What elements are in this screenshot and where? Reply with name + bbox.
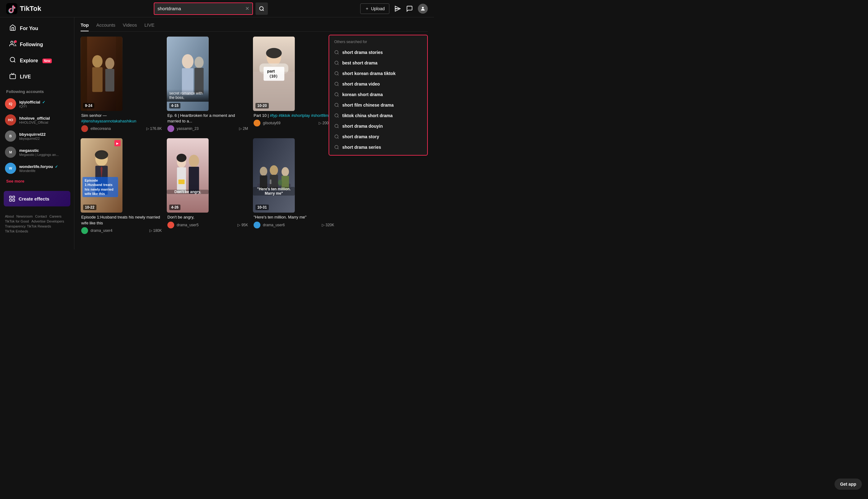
play-count-5: ▷ 95K bbox=[237, 223, 248, 227]
author-avatar-1 bbox=[81, 125, 88, 132]
suggestion-search-icon-9 bbox=[334, 134, 339, 139]
sidebar-item-live[interactable]: LIVE bbox=[2, 70, 72, 84]
suggestion-item-9[interactable]: short drama story bbox=[329, 131, 427, 142]
author-name-1: elitecoreana bbox=[90, 126, 111, 131]
svg-point-5 bbox=[11, 41, 13, 44]
sidebar-item-explore[interactable]: Explore New bbox=[2, 53, 72, 68]
suggestion-item-7[interactable]: tiktok china short drama bbox=[329, 110, 427, 121]
logo-area: TikTok bbox=[6, 3, 68, 14]
footer-link-tiktokforgood[interactable]: TikTok for Good bbox=[5, 219, 29, 223]
suggestion-search-icon-4 bbox=[334, 82, 339, 86]
video-card-4[interactable]: ▶ Episode 1:Husband treats his newly mar… bbox=[81, 138, 162, 235]
account-item-hholove[interactable]: HO hholove_official HHOLOVE_Official bbox=[0, 112, 74, 128]
live-icon bbox=[9, 73, 17, 81]
footer-link-developers[interactable]: Developers bbox=[47, 219, 64, 223]
footer-link-careers[interactable]: Careers bbox=[49, 215, 61, 218]
footer-link-newsroom[interactable]: Newsroom bbox=[16, 215, 33, 218]
svg-point-55 bbox=[335, 61, 338, 64]
svg-rect-18 bbox=[81, 37, 87, 111]
search-input[interactable] bbox=[158, 6, 245, 11]
video-card-5[interactable]: Don't be angry, 4-26 Don't be angry, dra… bbox=[167, 138, 249, 235]
svg-point-35 bbox=[95, 150, 108, 159]
tab-live[interactable]: LIVE bbox=[145, 22, 155, 31]
suggestion-text-3: short korean drama tiktok bbox=[342, 71, 395, 76]
svg-line-72 bbox=[338, 148, 339, 149]
create-effects-button[interactable]: Create effects bbox=[4, 191, 70, 206]
upload-button[interactable]: ＋ Upload bbox=[360, 3, 389, 14]
video-thumb-4: ▶ Episode 1:Husband treats his newly mar… bbox=[81, 138, 122, 212]
svg-rect-10 bbox=[13, 196, 15, 198]
suggestion-item-8[interactable]: short drama douyin bbox=[329, 121, 427, 131]
video-thumb-1: 9-24 bbox=[81, 37, 122, 111]
svg-point-47 bbox=[270, 166, 278, 175]
video-overlay-caption-4: Episode 1:Husband treats his newly marri… bbox=[83, 177, 118, 197]
account-handle-megasstic: Megasstic | Leggings an... bbox=[19, 153, 69, 157]
suggestion-search-icon-8 bbox=[334, 124, 339, 129]
see-more-link[interactable]: See more bbox=[0, 177, 74, 186]
search-submit-button[interactable] bbox=[255, 2, 268, 15]
account-name-bbysquirrel: bbysquirrel22 bbox=[19, 132, 69, 137]
author-avatar-6 bbox=[254, 222, 260, 229]
suggestion-item-3[interactable]: short korean drama tiktok bbox=[329, 68, 427, 79]
tab-videos[interactable]: Videos bbox=[123, 22, 137, 31]
suggestion-search-icon-10 bbox=[334, 145, 339, 150]
video-card-6[interactable]: "Here's ten million. Marry me" 10-31 "He… bbox=[253, 138, 335, 235]
footer-link-advertise[interactable]: Advertise bbox=[31, 219, 46, 223]
video-info-1: Sim senhor — #jitenshayasannotakahashiku… bbox=[81, 111, 162, 134]
suggestion-item-2[interactable]: best short drama bbox=[329, 58, 427, 68]
suggestion-search-icon-2 bbox=[334, 60, 339, 65]
video-card-3[interactable]: part（10） 10-20 Part 10 | #fyp #tiktok #s… bbox=[253, 37, 335, 134]
sidebar-item-following[interactable]: Following bbox=[2, 37, 72, 52]
footer-links: About Newsroom Contact Careers TikTok fo… bbox=[0, 211, 74, 236]
main-layout: For You Following Explore New bbox=[0, 17, 434, 250]
svg-line-68 bbox=[338, 127, 339, 128]
video-card-1[interactable]: 9-24 Sim senhor — #jitenshayasannotakaha… bbox=[81, 37, 162, 134]
content-area: Top Accounts Videos LIVE bbox=[74, 17, 434, 250]
svg-rect-17 bbox=[106, 69, 114, 92]
tiktok-logo-icon bbox=[6, 3, 17, 14]
account-item-megasstic[interactable]: M megasstic Megasstic | Leggings an... bbox=[0, 144, 74, 160]
footer-link-transparency[interactable]: Transparency bbox=[5, 224, 26, 228]
account-item-wonderlife[interactable]: W wonderlife.foryou ✓ Wonderlife bbox=[0, 160, 74, 177]
sidebar-item-for-you[interactable]: For You bbox=[2, 21, 72, 36]
svg-point-41 bbox=[177, 154, 187, 162]
account-item-iqiyi[interactable]: IQ iqiyiofficial ✓ iQIYI bbox=[0, 96, 74, 112]
suggestion-item-6[interactable]: short film chinese drama bbox=[329, 100, 427, 110]
video-card-2[interactable]: secret romance with the boss, 4-15 Ep. 6… bbox=[167, 37, 249, 134]
suggestion-search-icon-3 bbox=[334, 71, 339, 76]
message-icon bbox=[406, 5, 413, 12]
tab-top[interactable]: Top bbox=[81, 22, 89, 31]
video-meta-4: drama_user4 ▷ 180K bbox=[81, 227, 162, 234]
video-hashtag-1: #jitenshayasannotakahashikun bbox=[81, 119, 136, 123]
share-icon-button[interactable] bbox=[394, 5, 401, 12]
video-timestamp-2: 4-15 bbox=[169, 103, 181, 109]
following-notification-dot bbox=[14, 40, 17, 43]
messages-icon-button[interactable] bbox=[406, 5, 413, 12]
author-name-3: gilsotuiy69 bbox=[263, 121, 281, 125]
search-clear-button[interactable]: ✕ bbox=[245, 5, 249, 11]
suggestion-text-8: short drama douyin bbox=[342, 124, 383, 129]
search-icon bbox=[259, 6, 265, 11]
author-name-2: yassamin_23 bbox=[177, 126, 199, 131]
suggestion-item-5[interactable]: korean short drama bbox=[329, 89, 427, 100]
play-count-1: ▷ 176.8K bbox=[146, 126, 162, 131]
suggestion-item-10[interactable]: short drama series bbox=[329, 142, 427, 153]
footer-link-tiktokembeds[interactable]: TikTok Embeds bbox=[5, 229, 28, 233]
live-label: LIVE bbox=[20, 74, 31, 80]
svg-point-61 bbox=[335, 93, 338, 96]
user-avatar[interactable] bbox=[418, 4, 428, 14]
author-avatar-4 bbox=[81, 227, 88, 234]
video-grid: 9-24 Sim senhor — #jitenshayasannotakaha… bbox=[81, 37, 335, 236]
suggestion-item-4[interactable]: short drama video bbox=[329, 79, 427, 89]
svg-marker-3 bbox=[395, 6, 401, 11]
tab-accounts[interactable]: Accounts bbox=[96, 22, 115, 31]
svg-point-37 bbox=[189, 155, 199, 167]
svg-point-57 bbox=[335, 72, 338, 75]
footer-link-tiktokrewards[interactable]: TikTok Rewards bbox=[27, 224, 51, 228]
footer-link-contact[interactable]: Contact bbox=[35, 215, 47, 218]
svg-line-60 bbox=[338, 85, 339, 86]
footer-link-about[interactable]: About bbox=[5, 215, 14, 218]
account-item-bbysquirrel[interactable]: B bbysquirrel22 bbysquirrel22 bbox=[0, 128, 74, 144]
suggestion-item-1[interactable]: short drama stories bbox=[329, 47, 427, 58]
avatar-megasstic: M bbox=[5, 147, 16, 158]
